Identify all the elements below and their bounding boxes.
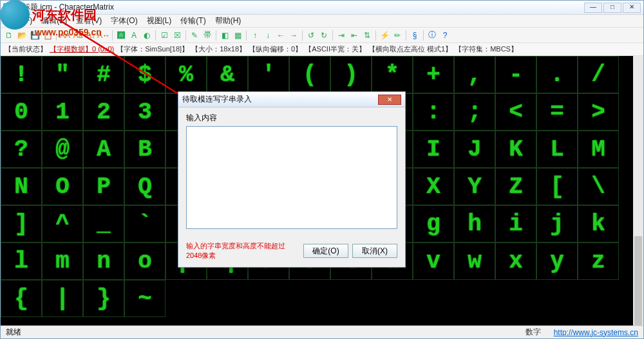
toolbar-button[interactable]: ⚡ [379, 30, 390, 41]
char-cell[interactable]: | [42, 280, 83, 317]
char-cell[interactable]: $ [124, 56, 166, 93]
toolbar-button[interactable]: ◧ [219, 30, 231, 41]
char-cell[interactable]: m [42, 243, 83, 280]
char-cell[interactable]: @ [42, 131, 83, 168]
toolbar-button[interactable]: A [128, 30, 140, 41]
char-cell[interactable]: Z [495, 168, 536, 205]
char-cell[interactable]: h [454, 205, 495, 243]
char-cell[interactable]: { [1, 280, 42, 317]
char-cell[interactable]: A [83, 131, 124, 168]
char-cell[interactable]: N [1, 168, 42, 205]
toolbar-button[interactable]: ⓘ [426, 30, 438, 41]
toolbar-button[interactable]: 🅰 [115, 30, 127, 41]
ok-button[interactable]: 确定(O) [303, 244, 348, 258]
char-cell[interactable]: o [124, 243, 166, 280]
char-cell[interactable]: Q [124, 168, 166, 205]
toolbar-button[interactable]: 🗋 [3, 30, 15, 41]
cancel-button[interactable]: 取消(X) [352, 244, 397, 258]
toolbar-button[interactable]: ▦ [232, 30, 243, 41]
char-cell[interactable]: L [536, 131, 578, 168]
char-cell[interactable]: j [536, 205, 578, 243]
char-cell[interactable]: ^ [42, 205, 83, 243]
char-cell[interactable]: [ [536, 168, 578, 205]
char-cell[interactable]: B [124, 131, 166, 168]
char-cell[interactable]: O [42, 168, 83, 205]
toolbar-button[interactable]: ✏ [392, 30, 403, 41]
char-cell[interactable]: z [578, 243, 619, 280]
toolbar-button[interactable]: ⇥ [336, 30, 347, 41]
toolbar-button[interactable]: ◐ [141, 30, 153, 41]
char-cell[interactable]: # [83, 56, 124, 93]
char-cell[interactable]: > [578, 93, 619, 131]
char-cell[interactable]: x [495, 243, 536, 280]
char-cell[interactable]: 0 [1, 93, 42, 131]
toolbar-button[interactable]: ↻ [318, 30, 330, 41]
char-cell[interactable]: = [536, 93, 578, 131]
toolbar-button[interactable]: ↑ [249, 30, 261, 41]
toolbar-button[interactable]: ⇅ [361, 30, 373, 41]
dialog-close-button[interactable]: ✕ [378, 95, 401, 105]
char-cell[interactable]: _ [83, 205, 124, 243]
char-cell[interactable]: 3 [124, 93, 166, 131]
char-cell[interactable]: X [413, 168, 454, 205]
char-cell[interactable]: v [413, 243, 454, 280]
char-cell[interactable]: M [578, 131, 619, 168]
char-cell[interactable]: I [413, 131, 454, 168]
menu-item[interactable]: 字体(O) [107, 15, 141, 27]
char-cell[interactable]: . [536, 56, 578, 93]
char-cell[interactable]: * [372, 56, 413, 93]
status-link[interactable]: http://www.jc-systems.cn [554, 328, 638, 337]
toolbar-button[interactable]: ☒ [171, 30, 183, 41]
char-cell[interactable]: Y [454, 168, 495, 205]
char-cell[interactable]: J [454, 131, 495, 168]
menu-item[interactable]: 传输(T) [176, 15, 209, 27]
char-cell[interactable]: ) [330, 56, 372, 93]
char-cell[interactable]: " [42, 56, 83, 93]
toolbar-button[interactable]: 📂 [16, 30, 28, 41]
char-cell[interactable]: l [1, 243, 42, 280]
vertical-scrollbar[interactable] [633, 56, 643, 325]
char-cell[interactable]: / [578, 56, 619, 93]
toolbar-button[interactable]: ? [439, 30, 451, 41]
char-cell[interactable]: , [454, 56, 495, 93]
char-cell[interactable]: n [83, 243, 124, 280]
toolbar-button[interactable]: ☑ [158, 30, 170, 41]
toolbar-button[interactable]: ↺ [305, 30, 317, 41]
char-cell[interactable]: P [83, 168, 124, 205]
toolbar-button[interactable]: 帚 [202, 30, 213, 41]
char-cell[interactable]: ] [1, 205, 42, 243]
char-cell[interactable]: i [495, 205, 536, 243]
char-cell[interactable]: ! [1, 56, 42, 93]
char-cell[interactable]: ` [124, 205, 166, 243]
char-cell[interactable]: ( [289, 56, 330, 93]
char-cell[interactable]: ? [1, 131, 42, 168]
char-cell[interactable]: - [495, 56, 536, 93]
toolbar-button[interactable]: ✎ [189, 30, 200, 41]
char-cell[interactable]: 1 [42, 93, 83, 131]
char-cell[interactable]: w [454, 243, 495, 280]
char-cell[interactable]: k [578, 205, 619, 243]
char-cell[interactable]: ' [248, 56, 289, 93]
menu-item[interactable]: 帮助(H) [211, 15, 245, 27]
char-cell[interactable]: + [413, 56, 454, 93]
maximize-button[interactable]: □ [603, 3, 621, 13]
toolbar-button[interactable]: § [409, 30, 421, 41]
string-input[interactable] [186, 126, 397, 229]
char-cell[interactable]: ; [454, 93, 495, 131]
toolbar-button[interactable]: ← [275, 30, 287, 41]
char-cell[interactable]: } [83, 280, 124, 317]
menu-item[interactable]: 视图(L) [143, 15, 176, 27]
toolbar-button[interactable]: ⇤ [348, 30, 360, 41]
char-cell[interactable]: & [207, 56, 248, 93]
toolbar-button[interactable]: ↓ [262, 30, 274, 41]
char-cell[interactable]: % [166, 56, 207, 93]
char-cell[interactable]: 2 [83, 93, 124, 131]
char-cell[interactable]: \ [578, 168, 619, 205]
char-cell[interactable]: : [413, 93, 454, 131]
char-cell[interactable]: < [495, 93, 536, 131]
close-button[interactable]: ✕ [623, 3, 641, 13]
minimize-button[interactable]: — [584, 3, 602, 13]
char-cell[interactable]: g [413, 205, 454, 243]
scrollbar-thumb[interactable] [634, 236, 642, 325]
char-cell[interactable]: ~ [124, 280, 166, 317]
